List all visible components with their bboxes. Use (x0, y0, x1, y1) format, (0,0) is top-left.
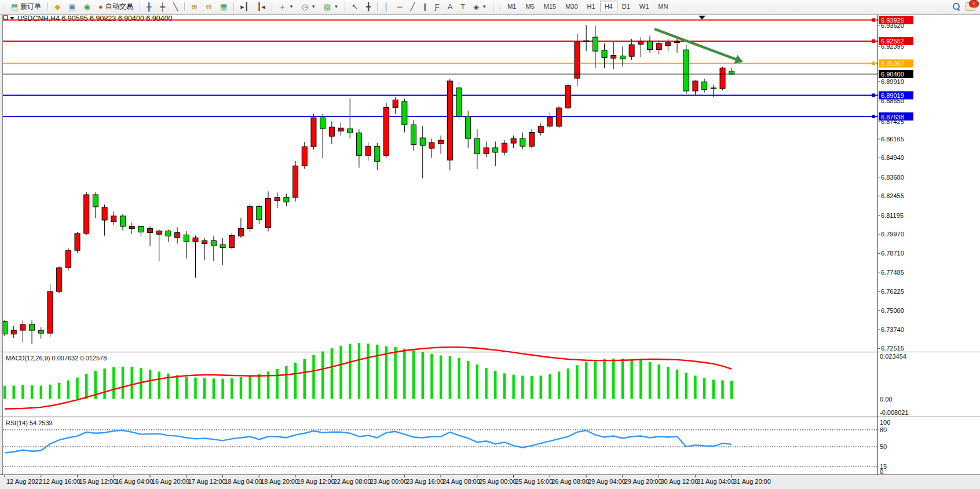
macd-label: MACD(12,26,9) 0.007632 0.012578 (6, 355, 107, 362)
chevron-down-icon[interactable]: ▼ (289, 4, 294, 9)
timeframe-m5-button[interactable]: M5 (521, 1, 539, 12)
macd-histogram-bar (440, 356, 442, 399)
macd-histogram-bar (149, 370, 151, 399)
timeframe-w1-button[interactable]: W1 (635, 1, 654, 12)
timeframe-m1-button[interactable]: M1 (503, 1, 521, 12)
fibonacci-icon: Ƒ (435, 3, 440, 10)
macd-histogram-bar (3, 386, 6, 399)
macd-histogram-bar (548, 374, 551, 399)
tile-windows-button[interactable]: ▦ (217, 1, 231, 13)
indicators-button[interactable]: ＋▼ (275, 1, 297, 13)
chart-shift-icon: ┃◂ (257, 3, 265, 10)
new-order-button[interactable]: ▤新订单 (8, 1, 45, 13)
chevron-down-icon[interactable]: ▼ (482, 4, 487, 9)
navigator-icon: ◉ (84, 3, 90, 10)
market-watch-icon: ◆ (54, 3, 60, 10)
macd-histogram-bar (694, 375, 696, 399)
channel-icon: ∥ (423, 3, 427, 10)
macd-histogram-bar (458, 358, 460, 399)
notification-icon[interactable]: 1 (966, 2, 975, 11)
macd-histogram-bar (203, 378, 206, 399)
candlestick-chart-button[interactable]: ╪ (156, 1, 169, 13)
zoom-in-button[interactable]: ⊕ (188, 1, 201, 13)
timeframe-h1-button[interactable]: H1 (583, 1, 600, 12)
price-axis[interactable] (877, 15, 980, 475)
macd-histogram-bar (112, 367, 115, 399)
main-chart-area[interactable] (3, 15, 877, 352)
arrows-icon: ◈ (473, 3, 479, 10)
line-chart-button[interactable]: ╲ (170, 1, 181, 13)
macd-histogram-bar (303, 359, 306, 399)
timeframe-h4-button[interactable]: H4 (600, 1, 617, 12)
trendline-icon: ╱ (410, 3, 415, 10)
data-window-button[interactable]: ▣ (65, 1, 79, 13)
macd-histogram-bar (130, 367, 133, 399)
crosshair-button[interactable]: ╋ (363, 1, 374, 13)
macd-histogram-bar (585, 362, 587, 399)
macd-histogram-bar (85, 374, 87, 399)
market-watch-button[interactable]: ◆ (51, 1, 64, 13)
bar-chart-button[interactable]: ╫ (143, 1, 155, 13)
macd-histogram-bar (58, 383, 60, 399)
macd-histogram-bar (494, 371, 496, 399)
fibonacci-button[interactable]: Ƒ (432, 1, 443, 13)
arrows-button[interactable]: ◈▼ (470, 1, 490, 13)
toolbar-drag-handle: ⋮ (1, 3, 6, 9)
text-button[interactable]: A (444, 1, 456, 13)
macd-histogram-bar (639, 360, 642, 399)
timeframe-mn-button[interactable]: MN (653, 1, 672, 12)
toolbar-separator (184, 2, 185, 11)
chart-shift-button[interactable]: ┃◂ (254, 1, 269, 13)
zoom-out-icon: ⊖ (206, 3, 212, 10)
toolbar-separator (272, 2, 272, 11)
timeframe-m15-button[interactable]: M15 (539, 1, 561, 12)
macd-histogram-bar (339, 346, 342, 399)
macd-histogram-bar (630, 359, 632, 399)
navigator-button[interactable]: ◉ (81, 1, 94, 13)
new-order-icon: ▤ (11, 3, 18, 10)
zoom-in-icon: ⊕ (191, 3, 198, 10)
rsi-label: RSI(14) 54.2539 (6, 419, 53, 426)
macd-histogram-bar (103, 368, 105, 399)
macd-histogram-bar (185, 377, 188, 399)
toolbar-drag-handle: ⋮ (497, 3, 502, 9)
macd-histogram-bar (403, 349, 405, 399)
macd-histogram-bar (258, 374, 260, 399)
trendline-button[interactable]: ╱ (407, 1, 418, 13)
zoom-out-button[interactable]: ⊖ (202, 1, 215, 13)
templates-button[interactable]: ▧▼ (320, 1, 342, 13)
macd-histogram-bar (657, 364, 660, 399)
cursor-button[interactable]: ↖ (348, 1, 361, 13)
macd-histogram-bar (712, 379, 715, 399)
horizontal-line-button[interactable]: ─ (393, 1, 405, 13)
autotrading-button[interactable]: ●自动交易 (95, 1, 137, 13)
periods-button[interactable]: ◷▼ (298, 1, 319, 13)
search-icon[interactable] (953, 3, 960, 10)
channel-button[interactable]: ∥ (419, 1, 430, 13)
data-window-icon: ▣ (68, 3, 75, 10)
macd-histogram-bar (558, 371, 560, 399)
time-axis[interactable] (0, 475, 980, 488)
toolbar-separator (377, 2, 378, 11)
macd-histogram-bar (430, 354, 433, 399)
macd-histogram-bar (140, 368, 142, 399)
toolbar-separator (233, 2, 234, 11)
auto-scroll-button[interactable]: ▸┃ (237, 1, 252, 13)
text-label-button[interactable]: T (457, 1, 469, 13)
vertical-line-button[interactable]: │ (381, 1, 392, 13)
macd-histogram-bar (603, 359, 605, 399)
macd-histogram-bar (248, 375, 251, 399)
macd-histogram-bar (485, 368, 487, 399)
macd-histogram-bar (376, 345, 378, 399)
chevron-down-icon[interactable]: ▼ (311, 4, 316, 9)
macd-histogram-bar (194, 378, 196, 399)
new-order-button-label: 新订单 (20, 2, 41, 12)
autotrading-icon: ● (98, 3, 103, 10)
toolbar-separator (47, 2, 48, 11)
timeframe-m30-button[interactable]: M30 (561, 1, 582, 12)
macd-histogram-bar (621, 359, 624, 399)
macd-histogram-bar (122, 367, 124, 399)
timeframe-d1-button[interactable]: D1 (617, 1, 635, 12)
chevron-down-icon[interactable]: ▼ (334, 4, 338, 9)
chart-window[interactable]: 6.936206.923956.899106.886506.874256.861… (0, 13, 980, 489)
